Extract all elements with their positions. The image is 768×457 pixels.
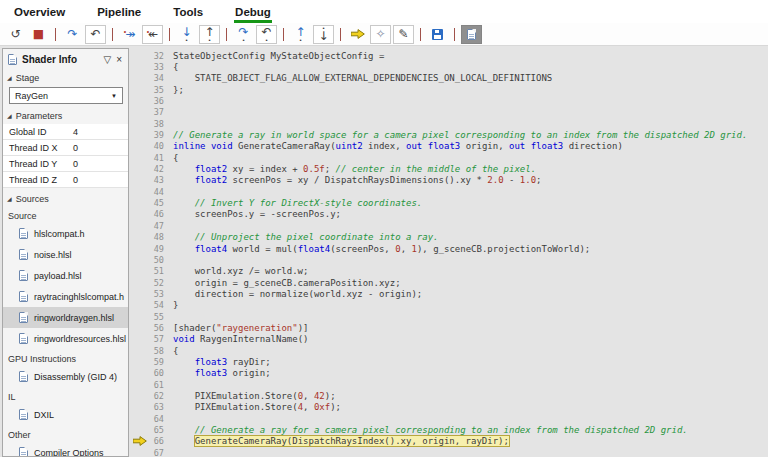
code-text: screenPos.y = -screenPos.y; (173, 209, 341, 219)
source-file-item[interactable]: Compiler Options (3, 442, 128, 457)
code-line: 47 (129, 220, 768, 231)
code-line: 63 PIXEmulation.Store(4, 0xf); (129, 402, 768, 413)
code-text: PIXEmulation.Store(0, 42); (173, 391, 336, 401)
section-sources[interactable]: ◢Sources (3, 190, 128, 206)
code-line: 48 // Unproject the pixel coordinate int… (129, 232, 768, 243)
code-editor: 32StateObjectConfig MyStateObjectConfig … (129, 47, 768, 457)
code-line: 41{ (129, 152, 768, 163)
toolbar-separator (55, 28, 56, 41)
line-number: 62 (149, 391, 164, 401)
source-file-item[interactable]: noise.hlsl (3, 244, 128, 265)
step-into-button[interactable]: ↓• (176, 25, 197, 44)
step-out-button[interactable]: ↑• (290, 25, 311, 44)
source-file-item[interactable]: hlslcompat.h (3, 223, 128, 244)
source-file-item[interactable]: Disassembly (GID 4) (3, 366, 128, 387)
breakpoint-margin[interactable] (129, 436, 149, 446)
restart-icon: ↺ (10, 28, 20, 40)
code-line: 35}; (129, 84, 768, 95)
source-file-item[interactable]: raytracinghlslcompat.h (3, 286, 128, 307)
save-button[interactable] (427, 25, 448, 44)
code-line: 57void RaygenInternalName() (129, 334, 768, 345)
step-back-out-icon: •↓ (318, 26, 328, 42)
code-text: float4 world = mul(float4(screenPos, 0, … (173, 244, 590, 254)
run-to-cursor-forward-button[interactable]: •↠ (119, 25, 140, 44)
menubar: OverviewPipelineToolsDebug (0, 0, 768, 23)
step-over-button[interactable]: ↷• (233, 25, 254, 44)
file-icon (19, 333, 28, 344)
line-number: 44 (149, 187, 164, 197)
file-icon (19, 312, 28, 323)
code-line: 40inline void GenerateCameraRay(uint2 in… (129, 141, 768, 152)
step-back-over-icon: ↶• (261, 26, 271, 42)
line-number: 32 (149, 51, 164, 61)
parameter-row: Global ID4 (3, 124, 128, 140)
line-number: 38 (149, 119, 164, 129)
section-stage[interactable]: ◢Stage (3, 69, 128, 85)
code-text: StateObjectConfig MyStateObjectConfig = (173, 51, 384, 61)
source-file-item[interactable]: payload.hlsl (3, 265, 128, 286)
stop-button[interactable]: ■ (28, 25, 49, 44)
active-document-icon (467, 29, 476, 40)
source-group-label: GPU Instructions (3, 349, 128, 366)
code-text: float3 rayDir; (173, 357, 271, 367)
code-text: float2 xy = index + 0.5f; // center in t… (173, 164, 536, 174)
parameter-row: Thread ID X0 (3, 140, 128, 156)
run-to-cursor-backward-button[interactable]: •↞ (142, 25, 163, 44)
step-back-over-button[interactable]: ↶• (256, 25, 277, 44)
code-text: // Unproject the pixel coordinate into a… (173, 232, 439, 242)
code-line: 36 (129, 95, 768, 106)
file-icon (19, 409, 28, 420)
file-name: ringworldresources.hlsl (34, 334, 126, 344)
code-line: 65 // Generate a ray for a camera pixel … (129, 424, 768, 435)
step-back-out-button[interactable]: •↓ (313, 25, 334, 44)
save-icon (432, 29, 443, 40)
menu-item-pipeline[interactable]: Pipeline (96, 2, 142, 23)
line-number: 57 (149, 334, 164, 344)
code-line: 56[shader("raygeneration")] (129, 322, 768, 333)
filter-icon[interactable]: ▽ (103, 54, 111, 65)
edit-annotation-button[interactable]: ✎ (393, 25, 414, 44)
file-name: DXIL (34, 410, 54, 420)
code-line: 39// Generate a ray in world space for a… (129, 129, 768, 140)
code-line: 60 float3 origin; (129, 368, 768, 379)
line-number: 60 (149, 368, 164, 378)
section-stage-label: Stage (16, 73, 40, 83)
code-text: { (173, 346, 178, 356)
debug-toolbar: ↺■↷↶•↠•↞↓•↑•↷•↶•↑••↓✧✎ (0, 23, 768, 46)
source-file-item[interactable]: DXIL (3, 404, 128, 425)
line-number: 54 (149, 300, 164, 310)
code-text: { (173, 62, 178, 72)
close-icon[interactable]: × (116, 54, 122, 65)
section-parameters[interactable]: ◢Parameters (3, 107, 128, 123)
sparkle-button[interactable]: ✧ (370, 25, 391, 44)
line-number: 47 (149, 221, 164, 231)
menu-item-debug[interactable]: Debug (234, 2, 272, 23)
source-file-item[interactable]: ringworldresources.hlsl (3, 328, 128, 349)
step-back-into-button[interactable]: ↑• (199, 25, 220, 44)
file-icon (19, 291, 28, 302)
stage-select[interactable]: RayGen▼ (9, 87, 123, 104)
code-text: float2 screenPos = xy / DispatchRaysDime… (173, 175, 542, 185)
code-text: } (173, 300, 178, 310)
file-icon (19, 371, 28, 382)
chevron-down-icon: ▼ (111, 93, 117, 99)
continue-forward-button[interactable]: ↷ (62, 25, 83, 44)
continue-backward-button[interactable]: ↶ (85, 25, 106, 44)
current-statement: GenerateCameraRay(DispatchRaysIndex().xy… (195, 436, 509, 446)
source-file-item[interactable]: ringworldraygen.hlsl (3, 307, 128, 328)
parameter-row: Thread ID Z0 (3, 172, 128, 188)
active-document-button[interactable] (461, 25, 482, 44)
code-text: float3 origin; (173, 368, 271, 378)
stop-icon: ■ (33, 28, 44, 40)
code-line: 64 (129, 413, 768, 424)
step-out-icon: ↑• (295, 26, 305, 42)
restart-button[interactable]: ↺ (5, 25, 26, 44)
line-number: 43 (149, 175, 164, 185)
code-line: 44 (129, 186, 768, 197)
menu-item-overview[interactable]: Overview (13, 2, 66, 23)
show-current-instruction-button[interactable] (347, 25, 368, 44)
menu-item-tools[interactable]: Tools (172, 2, 204, 23)
code-line: 67 (129, 447, 768, 457)
line-number: 36 (149, 96, 164, 106)
parameter-value: 0 (73, 143, 78, 153)
